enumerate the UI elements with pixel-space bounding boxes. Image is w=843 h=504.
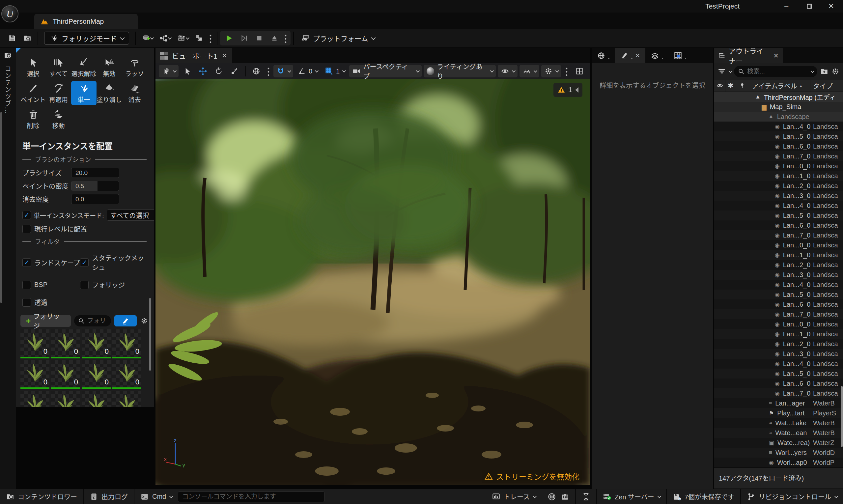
left-scrollbar[interactable]	[0, 112, 2, 303]
grid-snap-dropdown[interactable]: 1	[322, 65, 348, 77]
add-foliage-button[interactable]: + フォリッジ	[20, 315, 71, 327]
outliner-row[interactable]: ≡ Worl...yers WorldD	[714, 448, 843, 457]
zen-server-dropdown[interactable]: Zen サーバー	[597, 489, 666, 504]
erase-density-field[interactable]: 0.0	[71, 194, 119, 204]
pin-column-header[interactable]	[736, 80, 748, 92]
viewport-options-dots[interactable]	[566, 66, 568, 76]
outliner-row[interactable]: ▲ ThirdPersonMap (エディ	[714, 92, 843, 102]
transform-mode-dropdown[interactable]	[159, 65, 179, 77]
outliner-row[interactable]: ◉ Lan...5_0 Landsca	[714, 131, 843, 141]
tool-select-all[interactable]: すべて	[46, 55, 71, 79]
unsaved-files-button[interactable]: ✱ 7個が未保存です	[667, 489, 740, 504]
console-command-input[interactable]	[178, 491, 324, 502]
eject-button[interactable]	[267, 32, 282, 44]
move-tool-button[interactable]	[196, 65, 210, 77]
single-instance-mode-dropdown[interactable]: すべての選択	[107, 210, 154, 221]
outliner-scrollbar[interactable]	[841, 386, 843, 447]
play-options-dots[interactable]	[285, 33, 287, 43]
scale-tool-button[interactable]	[227, 65, 242, 77]
toolbar-overflow-dots[interactable]	[210, 33, 212, 43]
tab-close-icon[interactable]: ✕	[635, 52, 640, 59]
outliner-row[interactable]: ≈ Wate...ean WaterB	[714, 428, 843, 438]
outliner-row[interactable]: ◉ Lan...3_0 Landsca	[714, 349, 843, 359]
palette-search-input[interactable]	[87, 317, 107, 324]
cinematics-button[interactable]	[174, 32, 192, 45]
content-browser-button[interactable]	[20, 32, 35, 45]
tool-reapply[interactable]: 再適用	[46, 81, 71, 105]
outliner-row[interactable]: ≈ Wat...Lake WaterB	[714, 418, 843, 428]
perspective-dropdown[interactable]: パースペクティブ	[349, 65, 422, 77]
outliner-row[interactable]: ◉ Lan...7_0 Landsca	[714, 151, 843, 161]
tab-layers[interactable]	[645, 48, 668, 63]
outliner-row[interactable]: ◉ Lan...6_0 Landsca	[714, 300, 843, 309]
asset-tab-thirdpersonmap[interactable]: ThirdPersonMap	[34, 14, 138, 29]
outliner-row[interactable]: ◉ Lan...4_0 Landsca	[714, 201, 843, 211]
foliage-tile[interactable]: 0	[20, 360, 49, 389]
filter-landscape-checkbox[interactable]	[22, 258, 31, 267]
save-button[interactable]	[5, 32, 20, 45]
rotate-tool-button[interactable]	[212, 65, 226, 77]
outliner-row[interactable]: ◉ Lan...4_0 Landsca	[714, 359, 843, 368]
brush-size-field[interactable]: 20.0	[71, 168, 119, 178]
foliage-tile[interactable]: 0	[112, 360, 141, 389]
tool-move[interactable]: 移動	[46, 107, 71, 131]
outliner-row[interactable]: ▆ Map_Sima	[714, 102, 843, 112]
foliage-tile[interactable]: 0	[112, 329, 141, 358]
outliner-row[interactable]: ◉ Lan...7_0 Landsca	[714, 309, 843, 319]
item-label-column-header[interactable]: アイテムラベル▴	[748, 80, 810, 92]
tool-invalid[interactable]: 無効	[96, 55, 122, 79]
tab-world-settings[interactable]	[668, 48, 692, 63]
viewport-settings-dropdown[interactable]	[541, 65, 561, 77]
foliage-tile[interactable]: 0	[51, 329, 80, 358]
place-current-level-checkbox[interactable]	[22, 224, 31, 233]
play-button[interactable]	[221, 32, 236, 44]
minimize-button[interactable]: –	[779, 1, 794, 11]
layout-maximize-button[interactable]	[572, 65, 587, 77]
outliner-row[interactable]: ◉ Worl...ap0 WorldP	[714, 457, 843, 467]
streaming-warning[interactable]: ストリーミングを無効化	[482, 470, 582, 483]
foliage-tile[interactable]: 0	[82, 391, 111, 407]
foliage-tile[interactable]: 0	[112, 391, 141, 407]
outliner-row[interactable]: ◉ Lan...5_0 Landsca	[714, 211, 843, 220]
close-button[interactable]: ✕	[824, 1, 838, 11]
tab-world[interactable]	[592, 48, 615, 63]
filter-icon[interactable]	[717, 67, 726, 76]
viewport-tab-close-icon[interactable]: ✕	[222, 52, 227, 60]
palette-search[interactable]	[74, 315, 111, 326]
outliner-row[interactable]: ▣ Wate...rea) WaterZ	[714, 438, 843, 448]
outliner-row[interactable]: ◉ Lan...0_0 Landsca	[714, 240, 843, 250]
trace-dropdown[interactable]: トレース	[486, 489, 542, 504]
outliner-row[interactable]: ≈ Lan...ager WaterB	[714, 398, 843, 408]
outliner-row[interactable]: ◉ Lan...1_0 Landsca	[714, 250, 843, 260]
filter-translucent-checkbox[interactable]	[22, 298, 31, 307]
favorite-column-header[interactable]: ✱	[725, 80, 736, 92]
outliner-row[interactable]: ◉ Lan...2_0 Landsca	[714, 339, 843, 349]
palette-scrollbar[interactable]	[149, 298, 151, 371]
outliner-row[interactable]: ◉ Lan...4_0 Landsca	[714, 280, 843, 290]
angle-snap-dropdown[interactable]: 0	[294, 65, 321, 77]
insights-record-icon[interactable]	[548, 492, 556, 501]
outliner-row[interactable]: ▲ Landscape	[714, 112, 843, 122]
paint-density-field[interactable]: 0.5	[71, 181, 119, 191]
outliner-tab[interactable]: アウトライナー ✕	[714, 48, 783, 63]
content-strip-label[interactable]: コンテンツブ...	[4, 66, 12, 114]
rotation-snap-toggle[interactable]	[273, 65, 293, 77]
add-actor-button[interactable]	[138, 32, 156, 45]
outliner-row[interactable]: ◉ Lan...6_0 Landsca	[714, 378, 843, 389]
revision-control-dropdown[interactable]: リビジョンコントロール	[741, 489, 843, 504]
outliner-search-input[interactable]	[747, 68, 783, 75]
tool-select[interactable]: 選択	[20, 55, 46, 79]
outliner-row[interactable]: ⚑ Play...tart PlayerS	[714, 408, 843, 418]
content-drawer-button[interactable]: コンテンツドロワー	[0, 489, 83, 504]
viewport-canvas[interactable]: 1 ストリーミングを無効化 z x y	[156, 79, 590, 485]
outliner-row[interactable]: ◉ Lan...7_0 Landsca	[714, 230, 843, 240]
platforms-button[interactable]: プラットフォーム	[297, 33, 379, 43]
outliner-row[interactable]: ◉ Lan...4_0 Landsca	[714, 122, 843, 131]
outliner-tab-close-icon[interactable]: ✕	[773, 52, 779, 60]
surface-snapping-dots[interactable]	[268, 66, 269, 76]
palette-settings-gear-icon[interactable]	[140, 317, 148, 325]
outliner-row[interactable]: ◉ Lan...1_0 Landsca	[714, 171, 843, 181]
outliner-row[interactable]: ◉ Lan...6_0 Landsca	[714, 220, 843, 230]
search-options-chevron[interactable]	[811, 69, 814, 73]
outliner-row[interactable]: ◉ Lan...2_0 Landsca	[714, 260, 843, 270]
